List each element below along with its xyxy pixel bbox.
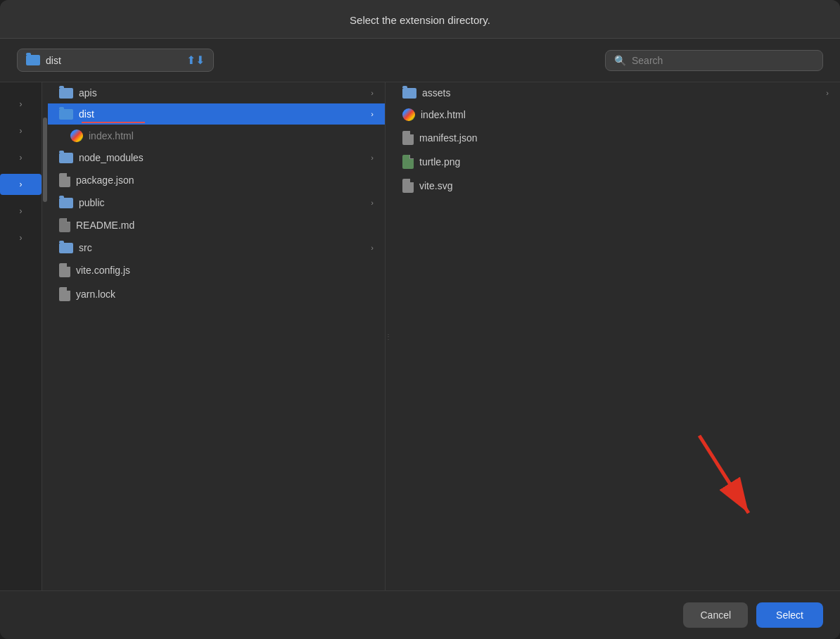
list-item[interactable]: README.md — [48, 213, 385, 237]
dialog-header: Select the extension directory. — [0, 0, 840, 39]
file-name: apis — [79, 87, 365, 99]
list-item[interactable]: public › — [48, 192, 385, 213]
file-icon — [402, 179, 414, 193]
chrome-icon — [402, 108, 415, 121]
sidebar-item-4[interactable]: › — [0, 201, 42, 222]
file-name: vite.config.js — [76, 265, 374, 276]
image-icon — [402, 155, 414, 169]
sidebar-item-2[interactable]: › — [0, 120, 42, 141]
underline-annotation — [82, 122, 145, 123]
list-item[interactable]: node_modules › — [48, 147, 385, 168]
folder-icon — [59, 88, 73, 99]
left-column-panel: apis › dist › index.html node_modules › — [48, 82, 386, 590]
sidebar-item-5[interactable]: › — [0, 227, 42, 248]
file-picker-dialog: Select the extension directory. dist ⬆⬇ … — [0, 0, 840, 639]
chevron-updown-icon: ⬆⬇ — [186, 53, 205, 67]
file-icon — [59, 218, 70, 232]
list-item[interactable]: assets › — [391, 82, 840, 103]
chevron-right-icon: › — [371, 110, 374, 118]
file-name: node_modules — [79, 152, 365, 163]
sidebar-left: › › › › › › — [0, 82, 42, 590]
folder-selector-name: dist — [46, 55, 181, 66]
resize-handle[interactable]: ⋮ — [386, 82, 391, 590]
sidebar-item-3[interactable]: › — [0, 147, 42, 168]
file-name: manifest.json — [419, 132, 829, 144]
list-item[interactable]: yarn.lock — [48, 282, 385, 306]
dialog-title: Select the extension directory. — [350, 14, 490, 26]
file-browser: › › › › › › apis › dist › — [0, 82, 840, 590]
search-box[interactable]: 🔍 — [605, 50, 823, 71]
folder-icon — [26, 55, 40, 65]
file-name: turtle.png — [419, 156, 829, 167]
file-name: README.md — [76, 220, 374, 231]
file-icon — [59, 173, 70, 187]
file-name: yarn.lock — [76, 289, 374, 300]
search-input[interactable] — [632, 55, 814, 66]
list-item[interactable]: manifest.json — [391, 126, 840, 150]
list-item[interactable]: vite.svg — [391, 174, 840, 198]
chevron-right-icon: › — [371, 198, 374, 207]
file-name: assets — [422, 87, 820, 99]
search-icon: 🔍 — [614, 55, 626, 66]
chevron-right-icon: › — [371, 89, 374, 97]
file-name: index.html — [89, 130, 374, 141]
toolbar: dist ⬆⬇ 🔍 — [0, 39, 840, 82]
folder-icon — [59, 153, 73, 163]
file-icon — [59, 287, 70, 301]
list-item[interactable]: vite.config.js — [48, 258, 385, 282]
dialog-footer: Cancel Select — [0, 590, 840, 639]
list-item[interactable]: index.html — [391, 103, 840, 126]
right-column-panel: assets › index.html manifest.json turtle… — [391, 82, 840, 590]
chrome-icon — [70, 129, 83, 142]
chevron-right-icon: › — [371, 243, 374, 252]
list-item[interactable]: apis › — [48, 82, 385, 103]
sidebar-item-active[interactable]: › — [0, 174, 42, 195]
folder-selector[interactable]: dist ⬆⬇ — [17, 49, 214, 72]
list-item[interactable]: index.html — [48, 125, 385, 147]
chevron-right-icon: › — [371, 153, 374, 162]
cancel-button[interactable]: Cancel — [683, 602, 748, 628]
file-icon — [59, 263, 70, 277]
list-item[interactable]: dist › — [48, 103, 385, 125]
file-name: index.html — [421, 109, 829, 120]
sidebar-item-1[interactable]: › — [0, 94, 42, 115]
file-icon — [402, 131, 414, 145]
file-name: dist — [79, 108, 365, 120]
folder-icon — [59, 198, 73, 208]
scrollbar-thumb[interactable] — [43, 118, 47, 202]
list-item[interactable]: turtle.png — [391, 150, 840, 174]
list-item[interactable]: package.json — [48, 168, 385, 192]
file-name: src — [79, 242, 365, 253]
file-name: public — [79, 197, 365, 208]
chevron-right-icon: › — [826, 89, 829, 97]
scrollbar-track[interactable] — [42, 82, 48, 590]
select-button[interactable]: Select — [756, 602, 823, 628]
folder-icon — [59, 109, 73, 120]
list-item[interactable]: src › — [48, 237, 385, 258]
file-name: package.json — [76, 175, 374, 186]
file-name: vite.svg — [419, 180, 829, 191]
folder-icon — [59, 243, 73, 253]
folder-icon — [402, 88, 416, 99]
